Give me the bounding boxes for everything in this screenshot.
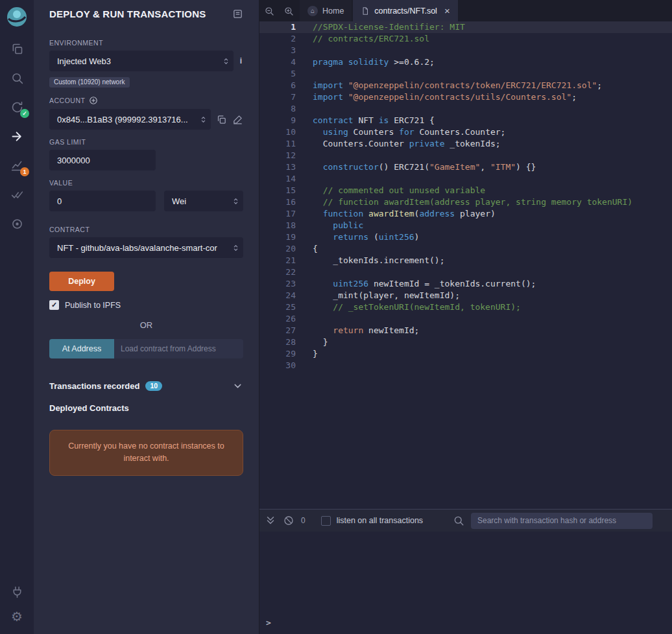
code-line[interactable]: 8 [259, 103, 672, 115]
code-line[interactable]: 30 [259, 360, 672, 371]
code-line[interactable]: 15 // commented out unused variable [259, 185, 672, 196]
at-address-input[interactable] [114, 339, 243, 358]
clear-terminal-icon[interactable] [283, 515, 294, 526]
compiler-success-badge: ✓ [20, 109, 29, 118]
deploy-run-panel: DEPLOY & RUN TRANSACTIONS ENVIRONMENT In… [34, 0, 259, 634]
add-account-icon[interactable] [89, 96, 98, 105]
deploy-run-icon[interactable] [8, 128, 25, 145]
code-line[interactable]: 14 [259, 173, 672, 185]
code-line[interactable]: 28 } [259, 336, 672, 348]
panel-title: DEPLOY & RUN TRANSACTIONS [49, 8, 206, 19]
code-line[interactable]: 4pragma solidity >=0.6.2; [259, 56, 672, 68]
network-badge: Custom (10920) network [49, 77, 130, 88]
deploy-button[interactable]: Deploy [49, 272, 114, 291]
settings-gear-icon[interactable]: ⚙ [8, 608, 25, 625]
terminal-search-input[interactable] [471, 513, 653, 529]
terminal-output[interactable]: > [259, 532, 672, 634]
code-line[interactable]: 26 [259, 313, 672, 325]
panel-doc-icon[interactable] [232, 8, 243, 19]
chevron-down-icon [232, 381, 243, 392]
code-line[interactable]: 3 [259, 45, 672, 56]
icon-sidebar: ✓ 1 ⚙ [0, 0, 34, 634]
code-line[interactable]: 11 Counters.Counter private _tokenIds; [259, 138, 672, 150]
environment-select[interactable]: Injected Web3 [49, 51, 234, 71]
gas-limit-input[interactable] [49, 150, 156, 170]
code-line[interactable]: 17 function awardItem(address player) [259, 208, 672, 220]
remix-app: ✓ 1 ⚙ DEPLOY & RUN TRANSACTIONS [0, 0, 672, 634]
code-line[interactable]: 22 [259, 266, 672, 278]
code-line[interactable]: 29} [259, 348, 672, 360]
code-line[interactable]: 2// contracts/ERC721.sol [259, 33, 672, 45]
copy-account-icon[interactable] [216, 114, 227, 125]
analysis-icon[interactable]: 1 [8, 157, 25, 174]
value-label: VALUE [49, 179, 243, 187]
environment-label: ENVIRONMENT [49, 39, 243, 47]
code-line[interactable]: 24 _mint(player, newItemId); [259, 290, 672, 301]
select-caret-icon [232, 196, 240, 205]
gas-limit-label: GAS LIMIT [49, 138, 243, 146]
code-line[interactable]: 12 [259, 150, 672, 161]
checkbox-unchecked-icon [321, 516, 331, 526]
code-line[interactable]: 18 public [259, 220, 672, 231]
terminal-toolbar: 0 listen on all transactions [259, 510, 672, 532]
code-line[interactable]: 23 uint256 newItemId = _tokenIds.current… [259, 278, 672, 290]
deployed-contracts-heading: Deployed Contracts [49, 403, 243, 413]
search-icon[interactable] [8, 69, 25, 86]
transactions-recorded-toggle[interactable]: Transactions recorded 10 [49, 381, 243, 392]
no-instances-alert: Currently you have no contract instances… [49, 430, 243, 476]
transactions-count-badge: 10 [145, 381, 162, 391]
environment-info-icon[interactable]: i [239, 56, 243, 65]
expand-terminal-icon[interactable] [265, 515, 276, 526]
contract-label: CONTRACT [49, 226, 243, 233]
listen-all-transactions-checkbox[interactable]: listen on all transactions [321, 516, 423, 526]
contract-select[interactable]: NFT - github/ava-labs/avalanche-smart-co… [49, 237, 243, 258]
unit-testing-icon[interactable] [8, 186, 25, 203]
value-input[interactable] [49, 191, 156, 211]
terminal: 0 listen on all transactions > [259, 509, 672, 634]
publish-ipfs-checkbox[interactable]: ✓ Publish to IPFS [49, 300, 243, 310]
select-caret-icon [222, 56, 230, 65]
editor-lines: 1//SPDX-License-Identifier: MIT2// contr… [259, 21, 672, 371]
code-line[interactable]: 1//SPDX-License-Identifier: MIT [259, 21, 672, 33]
code-editor[interactable]: 1//SPDX-License-Identifier: MIT2// contr… [259, 21, 672, 509]
code-line[interactable]: 27 return newItemId; [259, 325, 672, 336]
tab-contracts-nft-sol[interactable]: contracts/NFT.sol × [353, 0, 457, 21]
solidity-compiler-icon[interactable]: ✓ [8, 99, 25, 115]
file-explorer-icon[interactable] [8, 40, 25, 57]
zoom-in-icon[interactable] [279, 0, 298, 21]
code-line[interactable]: 19 returns (uint256) [259, 231, 672, 243]
or-divider: OR [49, 320, 243, 330]
account-label: ACCOUNT [49, 97, 85, 104]
code-line[interactable]: 10 using Counters for Counters.Counter; [259, 126, 672, 138]
terminal-prompt: > [266, 618, 271, 628]
pending-tx-count: 0 [301, 516, 306, 525]
debugger-icon[interactable] [8, 215, 25, 232]
at-address-button[interactable]: At Address [49, 339, 114, 358]
account-select[interactable]: 0x845...B1aB3 (999992.3913716... [49, 109, 211, 130]
code-line[interactable]: 9contract NFT is ERC721 { [259, 115, 672, 126]
value-unit-select[interactable]: Wei [164, 191, 243, 211]
code-line[interactable]: 6import "@openzeppelin/contracts/token/E… [259, 80, 672, 91]
terminal-search-icon [453, 515, 464, 526]
code-line[interactable]: 7import "@openzeppelin/contracts/utils/C… [259, 91, 672, 103]
close-tab-icon[interactable]: × [444, 6, 450, 16]
code-line[interactable]: 16 // function awardItem(address player,… [259, 196, 672, 208]
code-line[interactable]: 25 // _setTokenURI(newItemId, tokenURI); [259, 301, 672, 313]
select-caret-icon [232, 243, 240, 252]
remix-logo-icon[interactable] [5, 5, 29, 29]
tab-bar: ⌂ Home contracts/NFT.sol × [259, 0, 672, 21]
select-caret-icon [199, 115, 208, 123]
home-icon: ⌂ [307, 6, 318, 16]
code-line[interactable]: 5 [259, 68, 672, 80]
solidity-file-icon [361, 6, 370, 16]
analysis-count-badge: 1 [20, 167, 29, 176]
edit-account-icon[interactable] [232, 114, 243, 125]
tab-home[interactable]: ⌂ Home [300, 0, 352, 21]
code-line[interactable]: 21 _tokenIds.increment(); [259, 255, 672, 266]
code-line[interactable]: 13 constructor() ERC721("GameItem", "ITM… [259, 161, 672, 173]
zoom-out-icon[interactable] [259, 0, 279, 21]
plugin-manager-icon[interactable] [8, 583, 25, 600]
checkbox-check-icon: ✓ [49, 300, 59, 310]
code-line[interactable]: 20{ [259, 243, 672, 255]
